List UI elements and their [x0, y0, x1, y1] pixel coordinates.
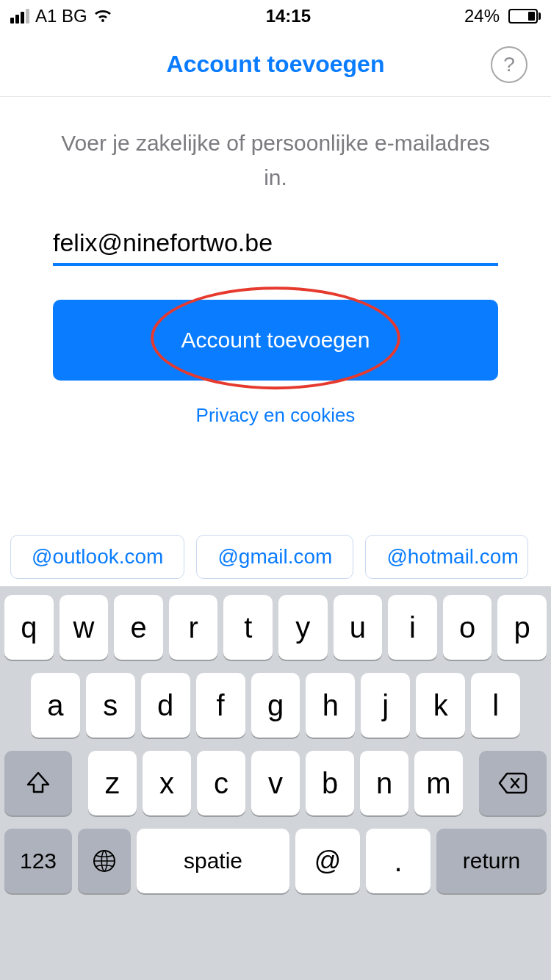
letter-key[interactable]: l: [471, 673, 520, 738]
email-field[interactable]: [53, 228, 498, 257]
letter-key[interactable]: y: [278, 595, 328, 660]
letter-key[interactable]: o: [443, 595, 492, 660]
letter-key[interactable]: w: [60, 595, 109, 660]
globe-icon: [92, 849, 117, 873]
letter-key[interactable]: d: [141, 673, 190, 738]
numbers-key[interactable]: 123: [4, 829, 72, 893]
battery-icon: [505, 9, 541, 24]
suggestion-chip[interactable]: @outlook.com: [10, 535, 184, 579]
status-time: 14:15: [266, 6, 311, 26]
cellular-signal-icon: [10, 9, 29, 24]
battery-percent: 24%: [464, 6, 500, 26]
carrier-label: A1 BG: [35, 6, 87, 26]
letter-key[interactable]: c: [197, 751, 245, 815]
letter-key[interactable]: f: [196, 673, 245, 738]
letter-key[interactable]: v: [251, 751, 300, 815]
keyboard-row: 123 spatie @ . return: [4, 829, 547, 893]
letter-key[interactable]: r: [169, 595, 218, 660]
content: Voer je zakelijke of persoonlijke e-mail…: [0, 97, 551, 427]
globe-key[interactable]: [78, 829, 131, 893]
suggestion-chip[interactable]: @gmail.com: [196, 535, 353, 579]
status-right: 24%: [464, 6, 541, 26]
keyboard-row: asdfghjkl: [4, 673, 547, 738]
backspace-icon: [498, 772, 527, 794]
keyboard-row: zxcvbnm: [4, 751, 547, 815]
letter-key[interactable]: b: [306, 751, 354, 815]
help-button[interactable]: ?: [491, 46, 527, 83]
letter-key[interactable]: m: [414, 751, 463, 815]
letter-key[interactable]: j: [361, 673, 410, 738]
shift-icon: [26, 771, 51, 795]
status-bar: A1 BG 14:15 24%: [0, 0, 551, 32]
letter-key[interactable]: k: [416, 673, 465, 738]
backspace-key[interactable]: [479, 751, 547, 815]
letter-key[interactable]: z: [88, 751, 137, 815]
keyboard-row: qwertyuiop: [4, 595, 547, 660]
nav-bar: Account toevoegen ?: [0, 32, 551, 97]
domain-suggestions: @outlook.com @gmail.com @hotmail.com: [0, 527, 551, 586]
letter-key[interactable]: h: [306, 673, 355, 738]
letter-key[interactable]: p: [497, 595, 547, 660]
question-icon: ?: [503, 53, 515, 76]
add-account-button[interactable]: Account toevoegen: [53, 300, 498, 381]
at-key[interactable]: @: [295, 829, 360, 893]
privacy-link[interactable]: Privacy en cookies: [196, 404, 356, 427]
letter-key[interactable]: t: [223, 595, 273, 660]
letter-key[interactable]: a: [31, 673, 80, 738]
return-key[interactable]: return: [436, 829, 547, 893]
page-title: Account toevoegen: [167, 51, 385, 78]
space-key[interactable]: spatie: [137, 829, 289, 893]
letter-key[interactable]: q: [4, 595, 54, 660]
letter-key[interactable]: x: [143, 751, 191, 815]
email-input-wrap[interactable]: [53, 228, 498, 266]
letter-key[interactable]: u: [334, 595, 383, 660]
letter-key[interactable]: g: [251, 673, 300, 738]
wifi-icon: [93, 9, 112, 24]
letter-key[interactable]: e: [114, 595, 163, 660]
letter-key[interactable]: i: [388, 595, 437, 660]
suggestion-chip[interactable]: @hotmail.com: [365, 535, 527, 579]
shift-key[interactable]: [4, 751, 72, 815]
letter-key[interactable]: n: [360, 751, 408, 815]
keyboard: qwertyuiop asdfghjkl zxcvbnm 123 spatie …: [0, 586, 551, 980]
letter-key[interactable]: s: [86, 673, 135, 738]
status-left: A1 BG: [10, 6, 112, 26]
add-account-label: Account toevoegen: [181, 328, 370, 353]
instruction-text: Voer je zakelijke of persoonlijke e-mail…: [53, 126, 498, 195]
dot-key[interactable]: .: [366, 829, 431, 893]
